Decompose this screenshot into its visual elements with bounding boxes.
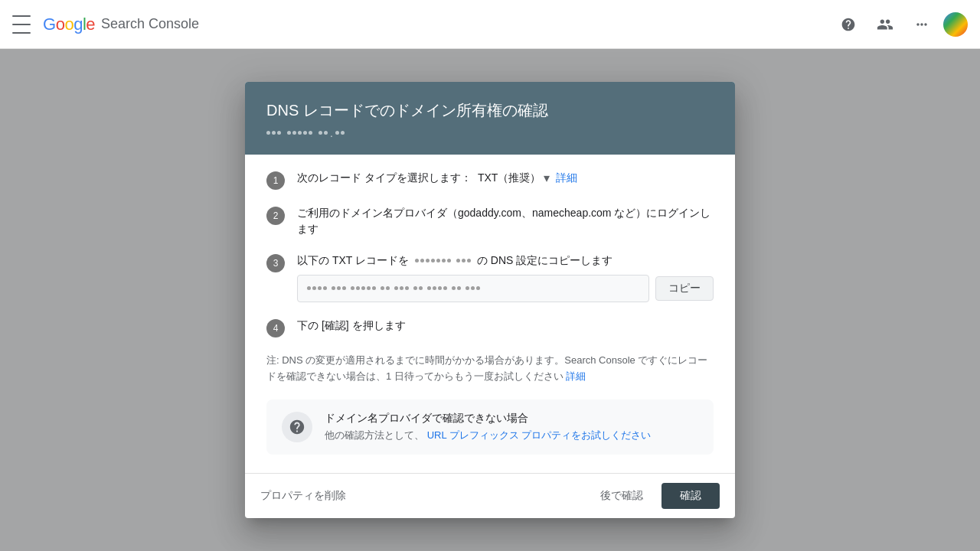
step-1-detail-link[interactable]: 詳細	[556, 170, 577, 187]
google-wordmark: Google	[43, 15, 95, 34]
dialog-footer: プロパティを削除 後で確認 確認	[245, 473, 735, 518]
alternative-text: ドメイン名プロバイダで確認できない場合 他の確認方法として、 URL プレフィッ…	[325, 412, 651, 442]
confirm-button[interactable]: 確認	[662, 483, 720, 509]
step-1-content: 次のレコード タイプを選択します： TXT（推奨） ▾ 詳細	[297, 170, 714, 187]
help-button[interactable]	[833, 9, 864, 40]
domain-redacted: .	[266, 127, 345, 139]
step-3: 3 以下の TXT レコードを の DNS 設定にコピーします	[266, 253, 714, 302]
copy-button[interactable]: コピー	[655, 276, 714, 301]
step-3-prefix: 以下の TXT レコードを	[297, 253, 409, 269]
footer-left: プロパティを削除	[260, 489, 346, 503]
footer-right: 後で確認 確認	[588, 483, 720, 509]
modal-overlay: DNS レコードでのドメイン所有権の確認 . 1	[0, 49, 980, 551]
step-2-text: ご利用のドメイン名プロバイダ（godaddy.com、namecheap.com…	[297, 205, 714, 237]
step-4-number: 4	[266, 319, 285, 337]
question-icon	[282, 412, 312, 442]
topbar: Google Search Console	[0, 0, 980, 49]
dialog-body: 1 次のレコード タイプを選択します： TXT（推奨） ▾ 詳細 2	[245, 155, 735, 474]
dialog-title: DNS レコードでのドメイン所有権の確認	[266, 100, 714, 121]
step-2: 2 ご利用のドメイン名プロバイダ（godaddy.com、namecheap.c…	[266, 205, 714, 237]
menu-icon[interactable]	[12, 15, 31, 34]
step-2-number: 2	[266, 207, 285, 225]
dns-note: 注: DNS の変更が適用されるまでに時間がかかる場合があります。Search …	[266, 353, 714, 385]
step-3-suffix: の DNS 設定にコピーします	[477, 253, 612, 269]
url-prefix-link[interactable]: URL プレフィックス プロパティをお試しください	[427, 429, 652, 441]
step-1-prefix: 次のレコード タイプを選択します：	[297, 170, 472, 186]
app-title: Search Console	[101, 16, 199, 32]
alt-title: ドメイン名プロバイダで確認できない場合	[325, 412, 651, 425]
dialog-domain: .	[266, 127, 714, 139]
user-management-button[interactable]	[870, 9, 900, 40]
alternative-box: ドメイン名プロバイダで確認できない場合 他の確認方法として、 URL プレフィッ…	[266, 399, 714, 455]
note-detail-link[interactable]: 詳細	[566, 370, 586, 382]
txt-record-redacted	[307, 286, 480, 290]
dialog-header: DNS レコードでのドメイン所有権の確認 .	[245, 82, 735, 155]
step-2-content: ご利用のドメイン名プロバイダ（godaddy.com、namecheap.com…	[297, 205, 714, 237]
txt-record-row: コピー	[297, 275, 714, 302]
apps-button[interactable]	[906, 9, 937, 40]
step-3-domain-redacted	[415, 259, 471, 262]
step-3-number: 3	[266, 254, 285, 272]
later-button[interactable]: 後で確認	[588, 483, 655, 509]
app-logo: Google Search Console	[43, 15, 199, 34]
txt-record-value	[297, 275, 649, 302]
step-4-text: 下の [確認] を押します	[297, 318, 714, 334]
step-3-content: 以下の TXT レコードを の DNS 設定にコピーします	[297, 253, 714, 302]
step-1: 1 次のレコード タイプを選択します： TXT（推奨） ▾ 詳細	[266, 170, 714, 190]
step-4-content: 下の [確認] を押します	[297, 318, 714, 334]
dns-verification-dialog: DNS レコードでのドメイン所有権の確認 . 1	[245, 82, 735, 519]
step-1-number: 1	[266, 171, 285, 190]
alt-body: 他の確認方法として、 URL プレフィックス プロパティをお試しください	[325, 429, 651, 442]
dropdown-arrow-icon: ▾	[544, 171, 550, 185]
step-4: 4 下の [確認] を押します	[266, 318, 714, 337]
avatar[interactable]	[943, 12, 968, 37]
delete-property-link[interactable]: プロパティを削除	[260, 489, 346, 503]
topbar-actions	[833, 9, 968, 40]
record-type-select[interactable]: TXT（推奨） ▾	[478, 171, 550, 185]
